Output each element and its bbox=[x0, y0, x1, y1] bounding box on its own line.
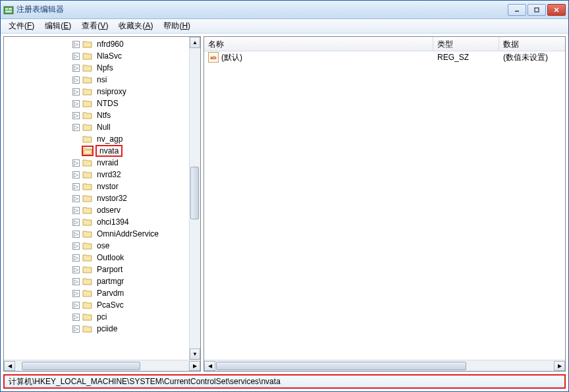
folder-icon bbox=[82, 87, 93, 96]
expand-icon[interactable]: ▷ bbox=[72, 195, 80, 202]
tree-node-ohci1394[interactable]: ▷ohci1394 bbox=[4, 216, 200, 228]
menu-favorites[interactable]: 收藏夹(A) bbox=[113, 19, 158, 33]
tree-node-nvata[interactable]: ▷nvata bbox=[4, 145, 200, 157]
tree-node-nvstor32[interactable]: ▷nvstor32 bbox=[4, 192, 200, 204]
minimize-icon bbox=[514, 7, 520, 13]
expand-icon[interactable]: ▷ bbox=[72, 183, 80, 190]
tree-node-nlasvc[interactable]: ▷NlaSvc bbox=[4, 50, 200, 62]
tree-node-ose[interactable]: ▷ose bbox=[4, 240, 200, 252]
col-header-name[interactable]: 名称 bbox=[204, 37, 433, 51]
tree-node-parvdm[interactable]: ▷Parvdm bbox=[4, 287, 200, 299]
tree-node-nvraid[interactable]: ▷nvraid bbox=[4, 157, 200, 169]
content-area: ▷nfrd960▷NlaSvc▷Npfs▷nsi▷nsiproxy▷NTDS▷N… bbox=[1, 34, 568, 374]
svg-rect-0 bbox=[4, 7, 13, 14]
scroll-up-button[interactable]: ▲ bbox=[190, 37, 200, 48]
minimize-button[interactable] bbox=[508, 4, 526, 16]
expand-icon[interactable]: ▷ bbox=[72, 278, 80, 285]
list-row[interactable]: ab(默认)REG_SZ(数值未设置) bbox=[204, 51, 565, 63]
values-list[interactable]: ab(默认)REG_SZ(数值未设置) bbox=[204, 51, 565, 360]
app-icon bbox=[3, 5, 14, 15]
expand-icon[interactable]: ▷ bbox=[72, 88, 80, 96]
titlebar[interactable]: 注册表编辑器 bbox=[1, 1, 568, 19]
expand-icon[interactable]: ▷ bbox=[72, 302, 80, 309]
menubar: 文件(F) 编辑(E) 查看(V) 收藏夹(A) 帮助(H) bbox=[1, 19, 568, 34]
scroll-down-button[interactable]: ▼ bbox=[190, 349, 200, 360]
scroll-track[interactable] bbox=[215, 361, 554, 371]
tree-node-nsiproxy[interactable]: ▷nsiproxy bbox=[4, 86, 200, 98]
tree-label: Parvdm bbox=[95, 289, 125, 298]
tree-node-parport[interactable]: ▷Parport bbox=[4, 264, 200, 275]
tree-label: Parport bbox=[95, 265, 124, 274]
menu-help[interactable]: 帮助(H) bbox=[158, 19, 196, 33]
expand-icon[interactable]: ▷ bbox=[72, 290, 80, 297]
scroll-thumb[interactable] bbox=[216, 362, 466, 370]
tree-vscrollbar[interactable]: ▲ ▼ bbox=[189, 37, 200, 360]
expand-icon[interactable]: ▷ bbox=[72, 100, 80, 107]
expand-icon[interactable]: ▷ bbox=[72, 242, 80, 250]
expand-icon[interactable]: ▷ bbox=[72, 314, 80, 321]
tree-node-nv_agp[interactable]: ▷nv_agp bbox=[4, 133, 200, 145]
expand-icon[interactable]: ▷ bbox=[72, 159, 80, 167]
scroll-left-button[interactable]: ◀ bbox=[4, 361, 15, 371]
col-header-data[interactable]: 数据 bbox=[499, 37, 565, 51]
expand-icon[interactable]: ▷ bbox=[72, 254, 80, 262]
close-button[interactable] bbox=[547, 4, 566, 16]
tree-node-partmgr[interactable]: ▷partmgr bbox=[4, 275, 200, 287]
tree-hscrollbar[interactable]: ◀ ▶ bbox=[4, 360, 200, 371]
svg-rect-3 bbox=[5, 11, 12, 13]
expand-icon[interactable]: ▷ bbox=[72, 207, 80, 214]
expand-icon[interactable]: ▷ bbox=[72, 231, 80, 238]
scroll-track[interactable] bbox=[190, 48, 200, 349]
tree-label: nsiproxy bbox=[95, 87, 128, 96]
scroll-right-button[interactable]: ▶ bbox=[554, 361, 565, 371]
scroll-right-button[interactable]: ▶ bbox=[189, 361, 200, 371]
tree-node-omniaddrservice[interactable]: ▷OmniAddrService bbox=[4, 228, 200, 240]
expand-icon[interactable]: ▷ bbox=[72, 219, 80, 226]
expand-icon[interactable]: ▷ bbox=[72, 325, 80, 333]
expand-icon[interactable]: ▷ bbox=[72, 124, 80, 131]
maximize-button[interactable] bbox=[528, 4, 546, 16]
expand-icon[interactable]: ▷ bbox=[72, 171, 80, 179]
list-hscrollbar[interactable]: ◀ ▶ bbox=[204, 360, 565, 371]
tree-label: Null bbox=[95, 123, 112, 132]
folder-icon bbox=[82, 63, 93, 72]
expand-icon[interactable]: ▷ bbox=[72, 41, 80, 48]
tree-node-nvstor[interactable]: ▷nvstor bbox=[4, 181, 200, 192]
expand-icon[interactable]: ▷ bbox=[72, 266, 80, 273]
registry-tree[interactable]: ▷nfrd960▷NlaSvc▷Npfs▷nsi▷nsiproxy▷NTDS▷N… bbox=[4, 37, 200, 360]
tree-node-npfs[interactable]: ▷Npfs bbox=[4, 62, 200, 74]
folder-icon bbox=[82, 229, 93, 238]
tree-node-nvrd32[interactable]: ▷nvrd32 bbox=[4, 169, 200, 181]
folder-icon bbox=[82, 289, 93, 298]
tree-node-nsi[interactable]: ▷nsi bbox=[4, 74, 200, 86]
menu-edit[interactable]: 编辑(E) bbox=[40, 19, 76, 33]
tree-node-outlook[interactable]: ▷Outlook bbox=[4, 252, 200, 264]
scroll-left-button[interactable]: ◀ bbox=[204, 361, 215, 371]
scroll-track[interactable] bbox=[15, 361, 189, 371]
folder-icon bbox=[82, 134, 93, 144]
cell-data: (数值未设置) bbox=[499, 52, 565, 63]
svg-rect-1 bbox=[5, 8, 8, 10]
scroll-thumb[interactable] bbox=[190, 167, 199, 219]
tree-node-pcasvc[interactable]: ▷PcaSvc bbox=[4, 299, 200, 311]
expand-icon[interactable]: ▷ bbox=[72, 112, 80, 119]
tree-node-ntfs[interactable]: ▷Ntfs bbox=[4, 109, 200, 121]
tree-node-ntds[interactable]: ▷NTDS bbox=[4, 98, 200, 109]
folder-icon bbox=[82, 194, 93, 203]
menu-view[interactable]: 查看(V) bbox=[76, 19, 113, 33]
list-header: 名称 类型 数据 bbox=[204, 37, 565, 51]
tree-node-nfrd960[interactable]: ▷nfrd960 bbox=[4, 38, 200, 50]
col-header-type[interactable]: 类型 bbox=[433, 37, 499, 51]
folder-icon bbox=[82, 146, 93, 155]
tree-node-pci[interactable]: ▷pci bbox=[4, 311, 200, 323]
folder-icon bbox=[82, 206, 93, 215]
expand-icon[interactable]: ▷ bbox=[72, 76, 80, 84]
tree-node-pciide[interactable]: ▷pciide bbox=[4, 323, 200, 335]
scroll-thumb[interactable] bbox=[22, 362, 140, 370]
menu-file[interactable]: 文件(F) bbox=[3, 19, 40, 33]
tree-node-null[interactable]: ▷Null bbox=[4, 121, 200, 133]
expand-icon[interactable]: ▷ bbox=[72, 53, 80, 60]
expand-icon[interactable]: ▷ bbox=[72, 65, 80, 72]
folder-icon bbox=[82, 111, 93, 120]
tree-node-odserv[interactable]: ▷odserv bbox=[4, 204, 200, 216]
